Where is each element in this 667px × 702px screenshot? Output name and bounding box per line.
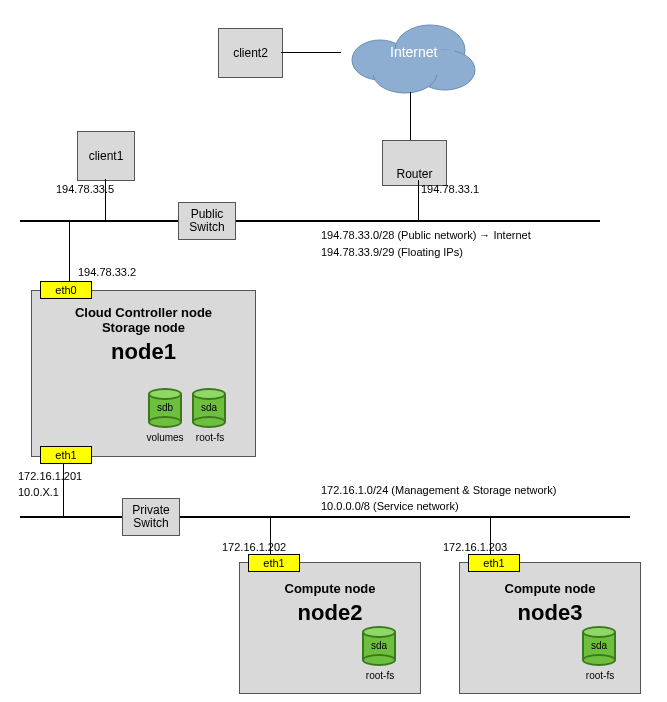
private-switch-box: Private Switch (122, 498, 180, 536)
line-router-switch (418, 180, 419, 220)
public-net-l1: 194.78.33.0/28 (Public network) → Intern… (321, 229, 531, 241)
node1-disk1: sdb (148, 402, 182, 413)
node2-disk-icon: sda (362, 626, 396, 666)
client2-box: client2 (218, 28, 283, 78)
disk-sda-icon: sda (192, 388, 226, 428)
node1-eth1-ip2: 10.0.X.1 (18, 486, 59, 498)
node1-name: node1 (32, 339, 255, 365)
line-client2-internet (281, 52, 341, 53)
public-bus (20, 220, 600, 222)
node2-disk-lbl: root-fs (358, 670, 402, 681)
node1-disk2-lbl: root-fs (188, 432, 232, 443)
line-switch-node1 (69, 220, 70, 290)
private-net-l1: 172.16.1.0/24 (Management & Storage netw… (321, 484, 556, 496)
public-net-l2: 194.78.33.9/29 (Floating IPs) (321, 246, 463, 258)
line-internet-router (410, 92, 411, 140)
node1-disk2: sda (192, 402, 226, 413)
node3-name: node3 (460, 600, 640, 626)
node2-title: Compute node (240, 581, 420, 596)
client1-label: client1 (89, 149, 124, 163)
private-switch-l2: Switch (133, 517, 168, 530)
disk-sdb-icon: sdb (148, 388, 182, 428)
private-bus (20, 516, 630, 518)
line-client1-switch (105, 179, 106, 220)
node3-disk-icon: sda (582, 626, 616, 666)
router-label: Router (396, 167, 432, 181)
node3-eth1: eth1 (468, 554, 520, 572)
node1-eth1: eth1 (40, 446, 92, 464)
node1-eth0-ip: 194.78.33.2 (78, 266, 136, 278)
node1-eth0: eth0 (40, 281, 92, 299)
node2-eth1: eth1 (248, 554, 300, 572)
cloud-label: Internet (390, 44, 437, 60)
node2-name: node2 (240, 600, 420, 626)
public-switch-l2: Switch (189, 221, 224, 234)
node2-disk: sda (362, 640, 396, 651)
node1-eth1-ip1: 172.16.1.201 (18, 470, 82, 482)
node3-title: Compute node (460, 581, 640, 596)
router-ip: 194.78.33.1 (421, 183, 479, 195)
private-net-l2: 10.0.0.0/8 (Service network) (321, 500, 459, 512)
node3-eth1-ip: 172.16.1.203 (443, 541, 507, 553)
node1-title1: Cloud Controller node (32, 305, 255, 320)
node2-eth1-ip: 172.16.1.202 (222, 541, 286, 553)
node1-disk1-lbl: volumes (140, 432, 190, 443)
node3-disk: sda (582, 640, 616, 651)
node1-title2: Storage node (32, 320, 255, 335)
client2-label: client2 (233, 46, 268, 60)
router-box: Router (382, 140, 447, 186)
client1-box: client1 (77, 131, 135, 181)
node3-disk-lbl: root-fs (578, 670, 622, 681)
public-switch-box: Public Switch (178, 202, 236, 240)
